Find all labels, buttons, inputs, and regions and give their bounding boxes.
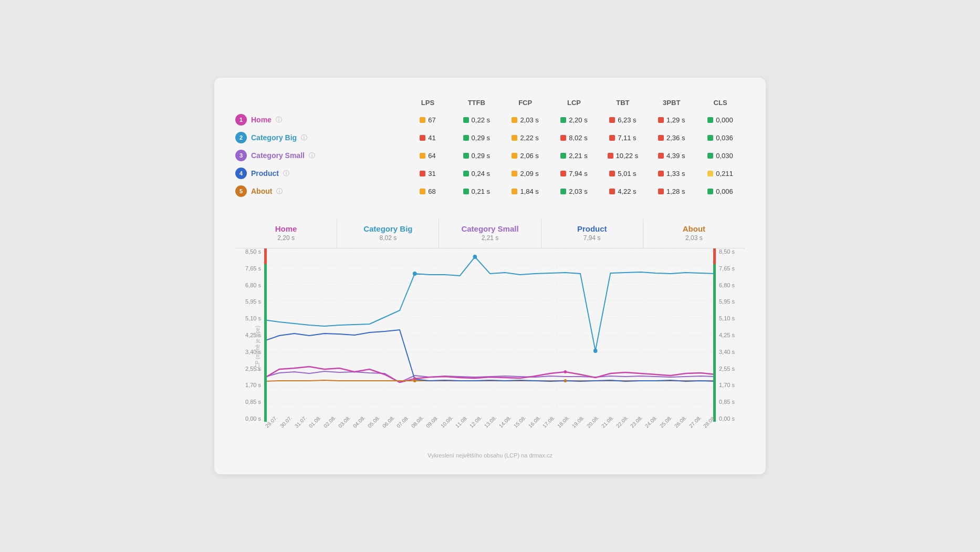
dot-cb-3 xyxy=(593,349,598,353)
metric-cell-2: 2,09 s xyxy=(501,170,550,178)
metric-dot xyxy=(463,153,469,159)
page-name: Home xyxy=(251,116,272,124)
info-icon[interactable]: ⓘ xyxy=(283,169,289,178)
table-row: 5Aboutⓘ680,21 s1,84 s2,03 s4,22 s1,28 s0… xyxy=(235,182,745,200)
metric-dot xyxy=(609,135,615,141)
metric-value: 0,000 xyxy=(716,116,733,124)
metric-dot xyxy=(463,171,469,176)
metric-dot xyxy=(608,153,613,159)
metric-value: 41 xyxy=(428,134,435,142)
metric-value: 8,02 s xyxy=(569,134,587,142)
metric-dot xyxy=(560,171,566,176)
tab-item-product[interactable]: Product7,94 s xyxy=(541,219,643,248)
metric-dot xyxy=(560,117,566,123)
metric-cell-0: 68 xyxy=(403,188,452,195)
col-header-lcp: LCP xyxy=(550,99,599,107)
metric-dot xyxy=(560,135,566,141)
metric-value: 2,22 s xyxy=(520,134,538,142)
metric-cell-0: 31 xyxy=(403,170,452,178)
y-label-left: 6,80 s xyxy=(245,282,261,288)
metric-dot xyxy=(609,171,615,176)
metric-dot xyxy=(420,153,425,159)
bar-top-right-red xyxy=(713,248,716,264)
metric-dot xyxy=(463,135,469,141)
metric-value: 2,03 s xyxy=(569,188,587,195)
tab-item-category-big[interactable]: Category Big8,02 s xyxy=(337,219,439,248)
metric-dot xyxy=(707,135,713,141)
metric-cell-3: 8,02 s xyxy=(550,134,599,142)
metric-cell-4: 4,22 s xyxy=(598,188,647,195)
page-name: Category Small xyxy=(251,151,305,160)
y-label-left: 0,00 s xyxy=(245,415,261,422)
metric-cell-3: 2,03 s xyxy=(550,188,599,195)
info-icon[interactable]: ⓘ xyxy=(301,133,307,142)
metric-dot xyxy=(560,189,566,194)
y-label-left: 1,70 s xyxy=(245,382,261,388)
metric-value: 2,21 s xyxy=(569,152,587,160)
metric-dot xyxy=(658,117,664,123)
page-num: 2 xyxy=(235,132,247,143)
table-body: 1Homeⓘ670,22 s2,03 s2,20 s6,23 s1,29 s0,… xyxy=(235,111,745,200)
metric-dot xyxy=(420,135,425,141)
metric-cell-0: 64 xyxy=(403,152,452,160)
metric-cell-6: 0,211 xyxy=(696,170,745,178)
y-label-left: 8,50 s xyxy=(245,248,261,255)
metric-value: 4,22 s xyxy=(618,188,636,195)
metric-dot xyxy=(609,189,615,194)
y-label-right: 3,40 s xyxy=(719,349,735,355)
metric-dot xyxy=(658,171,664,176)
metric-value: 1,29 s xyxy=(666,116,685,124)
bar-top-left-red xyxy=(264,248,267,264)
metric-dot xyxy=(560,153,566,159)
metric-value: 68 xyxy=(428,188,435,195)
info-icon[interactable]: ⓘ xyxy=(276,116,282,124)
metric-cell-2: 1,84 s xyxy=(501,188,550,195)
metric-cell-4: 6,23 s xyxy=(598,116,647,124)
metric-value: 31 xyxy=(428,170,435,178)
tab-item-category-small[interactable]: Category Small2,21 s xyxy=(439,219,541,248)
y-label-right: 1,70 s xyxy=(719,382,735,388)
metric-cell-2: 2,22 s xyxy=(501,134,550,142)
metric-value: 0,030 xyxy=(716,152,733,160)
metric-dot xyxy=(420,117,425,123)
metric-value: 2,09 s xyxy=(520,170,538,178)
metric-value: 0,211 xyxy=(716,170,733,178)
metric-dot xyxy=(512,189,517,194)
chart-footer: Vykreslení největšího obsahu (LCP) na dr… xyxy=(235,452,745,459)
metric-cell-5: 1,29 s xyxy=(647,116,696,124)
metric-cell-1: 0,24 s xyxy=(452,170,501,178)
metric-value: 0,21 s xyxy=(472,188,490,195)
metric-dot xyxy=(512,153,517,159)
metric-dot xyxy=(609,117,615,123)
dot-cb-2 xyxy=(473,255,477,259)
metric-cell-3: 2,21 s xyxy=(550,152,599,160)
metric-dot xyxy=(707,117,713,123)
metric-dot xyxy=(658,135,664,141)
metric-dot xyxy=(420,171,425,176)
metric-value: 4,39 s xyxy=(666,152,685,160)
y-label-right: 0,00 s xyxy=(719,415,735,422)
metric-value: 7,11 s xyxy=(618,134,636,142)
tab-item-home[interactable]: Home2,20 s xyxy=(235,219,337,248)
metric-value: 64 xyxy=(428,152,435,160)
y-axis-right: 0,00 s0,85 s1,70 s2,55 s3,40 s4,25 s5,10… xyxy=(716,248,745,422)
page-label: 1Homeⓘ xyxy=(235,114,403,126)
info-icon[interactable]: ⓘ xyxy=(309,151,315,160)
metric-cell-3: 7,94 s xyxy=(550,170,599,178)
y-label-right: 2,55 s xyxy=(719,366,735,372)
y-label-right: 6,80 s xyxy=(719,282,735,288)
tab-item-about[interactable]: About2,03 s xyxy=(643,219,745,248)
y-label-right: 4,25 s xyxy=(719,332,735,338)
metric-cell-6: 0,006 xyxy=(696,188,745,195)
metric-value: 0,29 s xyxy=(472,152,490,160)
col-header-cls: CLS xyxy=(696,99,745,107)
metric-value: 10,22 s xyxy=(616,152,639,160)
info-icon[interactable]: ⓘ xyxy=(276,187,283,196)
tab-name: Home xyxy=(235,224,337,233)
y-label-right: 5,10 s xyxy=(719,315,735,321)
tab-value: 2,21 s xyxy=(439,234,540,242)
y-label-left: 5,95 s xyxy=(245,298,261,305)
col-header-ttfb: TTFB xyxy=(452,99,501,107)
metric-dot xyxy=(707,153,713,159)
metric-cell-1: 0,29 s xyxy=(452,152,501,160)
